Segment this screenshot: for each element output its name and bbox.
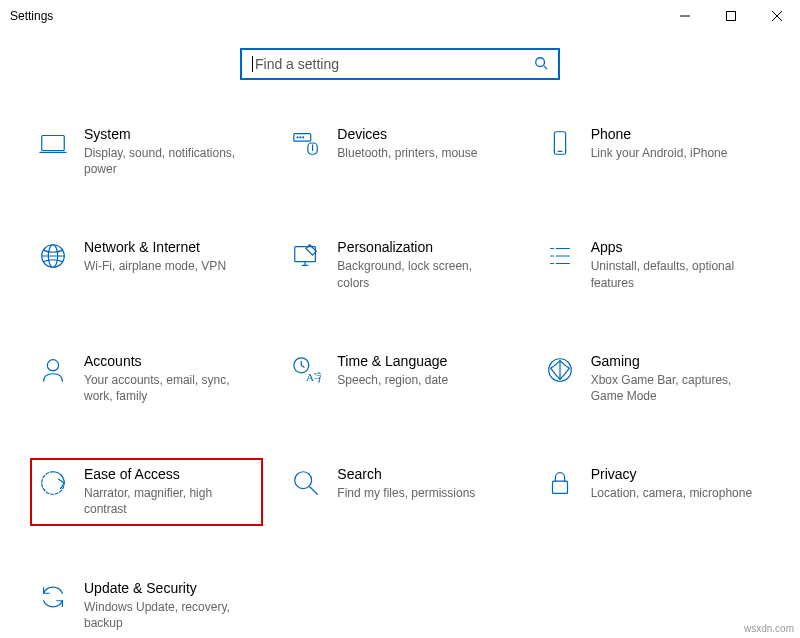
tile-time[interactable]: A字 Time & Language Speech, region, date bbox=[283, 345, 516, 412]
apps-icon bbox=[545, 241, 575, 271]
tile-privacy[interactable]: Privacy Location, camera, microphone bbox=[537, 458, 770, 525]
tile-apps[interactable]: Apps Uninstall, defaults, optional featu… bbox=[537, 231, 770, 298]
settings-grid: System Display, sound, notifications, po… bbox=[0, 118, 800, 638]
tile-title: Ease of Access bbox=[84, 466, 254, 482]
tile-title: System bbox=[84, 126, 254, 142]
titlebar: Settings bbox=[0, 0, 800, 32]
svg-rect-1 bbox=[727, 12, 736, 21]
time-language-icon: A字 bbox=[291, 355, 321, 385]
svg-rect-37 bbox=[552, 481, 567, 493]
close-button[interactable] bbox=[754, 0, 800, 32]
devices-icon bbox=[291, 128, 321, 158]
tile-title: Privacy bbox=[591, 466, 752, 482]
search-input[interactable]: Find a setting bbox=[240, 48, 560, 80]
tile-ease-of-access[interactable]: Ease of Access Narrator, magnifier, high… bbox=[30, 458, 263, 525]
tile-title: Update & Security bbox=[84, 580, 254, 596]
tile-personalization[interactable]: Personalization Background, lock screen,… bbox=[283, 231, 516, 298]
tile-update[interactable]: Update & Security Windows Update, recove… bbox=[30, 572, 263, 639]
tile-desc: Narrator, magnifier, high contrast bbox=[84, 485, 254, 517]
tile-title: Apps bbox=[591, 239, 761, 255]
svg-point-35 bbox=[295, 472, 312, 489]
search-icon bbox=[534, 56, 548, 73]
svg-text:A字: A字 bbox=[306, 371, 321, 383]
svg-line-31 bbox=[302, 365, 305, 367]
system-icon bbox=[38, 128, 68, 158]
search-placeholder: Find a setting bbox=[255, 56, 534, 72]
privacy-icon bbox=[545, 468, 575, 498]
attribution: wsxdn.com bbox=[744, 623, 794, 634]
maximize-button[interactable] bbox=[708, 0, 754, 32]
tile-system[interactable]: System Display, sound, notifications, po… bbox=[30, 118, 263, 185]
tile-desc: Find my files, permissions bbox=[337, 485, 475, 501]
window-title: Settings bbox=[10, 9, 53, 23]
svg-point-28 bbox=[47, 359, 58, 370]
svg-point-11 bbox=[303, 137, 304, 138]
tile-gaming[interactable]: Gaming Xbox Game Bar, captures, Game Mod… bbox=[537, 345, 770, 412]
tile-desc: Uninstall, defaults, optional features bbox=[591, 258, 761, 290]
svg-point-10 bbox=[300, 137, 301, 138]
svg-point-9 bbox=[297, 137, 298, 138]
tile-title: Search bbox=[337, 466, 475, 482]
tile-title: Accounts bbox=[84, 353, 254, 369]
svg-rect-6 bbox=[42, 136, 65, 151]
tile-desc: Wi-Fi, airplane mode, VPN bbox=[84, 258, 226, 274]
tile-desc: Background, lock screen, colors bbox=[337, 258, 507, 290]
gaming-icon bbox=[545, 355, 575, 385]
svg-line-36 bbox=[310, 487, 318, 495]
tile-title: Time & Language bbox=[337, 353, 448, 369]
svg-line-5 bbox=[544, 65, 548, 69]
tile-desc: Windows Update, recovery, backup bbox=[84, 599, 254, 631]
tile-desc: Your accounts, email, sync, work, family bbox=[84, 372, 254, 404]
tile-title: Phone bbox=[591, 126, 728, 142]
tile-network[interactable]: Network & Internet Wi-Fi, airplane mode,… bbox=[30, 231, 263, 298]
update-icon bbox=[38, 582, 68, 612]
phone-icon bbox=[545, 128, 575, 158]
ease-of-access-icon bbox=[38, 468, 68, 498]
tile-phone[interactable]: Phone Link your Android, iPhone bbox=[537, 118, 770, 185]
search-tile-icon bbox=[291, 468, 321, 498]
accounts-icon bbox=[38, 355, 68, 385]
tile-desc: Xbox Game Bar, captures, Game Mode bbox=[591, 372, 761, 404]
tile-title: Network & Internet bbox=[84, 239, 226, 255]
tile-title: Personalization bbox=[337, 239, 507, 255]
tile-desc: Display, sound, notifications, power bbox=[84, 145, 254, 177]
tile-desc: Bluetooth, printers, mouse bbox=[337, 145, 477, 161]
svg-point-4 bbox=[536, 57, 545, 66]
tile-devices[interactable]: Devices Bluetooth, printers, mouse bbox=[283, 118, 516, 185]
tile-title: Devices bbox=[337, 126, 477, 142]
tile-accounts[interactable]: Accounts Your accounts, email, sync, wor… bbox=[30, 345, 263, 412]
minimize-button[interactable] bbox=[662, 0, 708, 32]
tile-desc: Location, camera, microphone bbox=[591, 485, 752, 501]
tile-search[interactable]: Search Find my files, permissions bbox=[283, 458, 516, 525]
network-icon bbox=[38, 241, 68, 271]
tile-desc: Link your Android, iPhone bbox=[591, 145, 728, 161]
tile-title: Gaming bbox=[591, 353, 761, 369]
personalization-icon bbox=[291, 241, 321, 271]
tile-desc: Speech, region, date bbox=[337, 372, 448, 388]
